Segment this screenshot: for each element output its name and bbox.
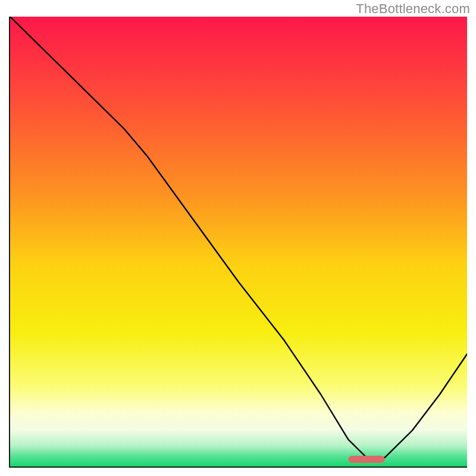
watermark-label: TheBottleneck.com bbox=[356, 1, 470, 17]
minimum-marker bbox=[348, 456, 384, 463]
chart-svg bbox=[10, 17, 467, 466]
chart-area bbox=[10, 17, 467, 466]
